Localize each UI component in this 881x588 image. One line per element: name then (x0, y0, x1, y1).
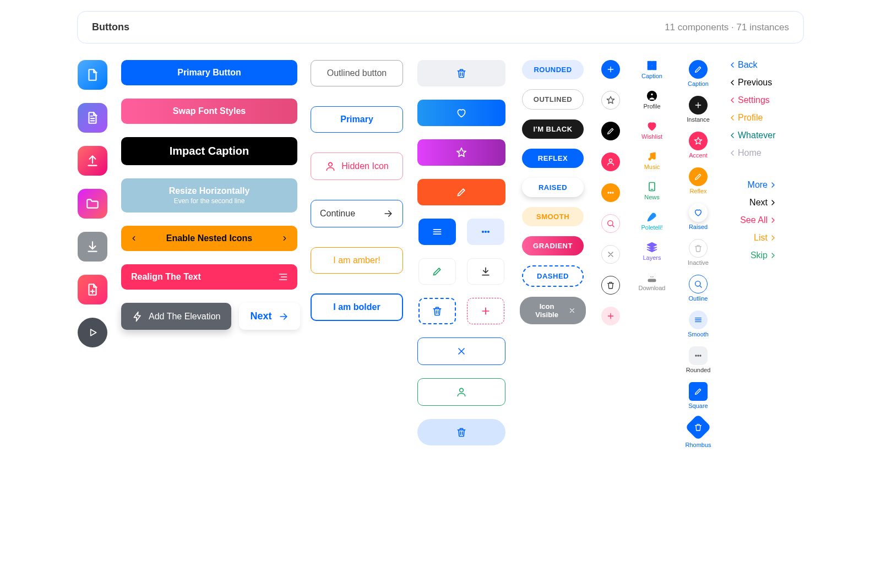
menu-button[interactable] (418, 219, 456, 245)
svg-point-8 (612, 192, 613, 193)
next-button[interactable]: Next (239, 303, 300, 330)
resize-sublabel: Even for the second line (174, 197, 245, 205)
reflex-pill[interactable]: REFLEX (522, 149, 584, 168)
grid-caption-button[interactable]: Caption (641, 60, 662, 79)
inactive-caption-circle[interactable]: Inactive (688, 239, 709, 266)
more-link[interactable]: More (728, 180, 777, 190)
pencil-outline-button[interactable] (418, 258, 456, 285)
star-button[interactable] (417, 139, 505, 166)
star-icon (456, 147, 467, 158)
square-caption-square[interactable]: Square (688, 382, 708, 409)
trash-circle-button[interactable] (601, 276, 620, 295)
smooth-caption-circle[interactable]: Smooth (688, 311, 709, 337)
wishlist-caption-button[interactable]: Wishlist (641, 121, 662, 140)
chevron-right-icon (769, 216, 777, 225)
download-icon[interactable] (78, 232, 107, 262)
pencil-button[interactable] (417, 179, 505, 205)
heart-button[interactable] (417, 100, 505, 126)
user-icon (456, 386, 467, 398)
outline-caption-circle[interactable]: Outline (689, 275, 708, 302)
plus-soft-circle-button[interactable] (601, 307, 620, 325)
outlined-pill[interactable]: OUTLINED (522, 89, 584, 110)
folder-icon[interactable] (78, 189, 107, 219)
star-icon (606, 96, 615, 105)
user-circle-button[interactable] (601, 153, 620, 171)
trash-dashed-button[interactable] (418, 298, 456, 324)
rounded-caption-square[interactable]: Rounded (686, 346, 711, 373)
amber-button[interactable]: I am amber! (311, 247, 403, 274)
swap-font-button[interactable]: Swap Font Styles (121, 99, 297, 124)
music-caption-button[interactable]: Music (644, 151, 660, 170)
elevation-button[interactable]: Add The Elevation (121, 303, 231, 330)
file-plus-icon[interactable] (78, 275, 107, 304)
menu-icon (432, 226, 443, 237)
back-link[interactable]: Back (728, 60, 758, 70)
black-pill[interactable]: I'M BLACK (522, 119, 584, 139)
more-horizontal-icon (694, 351, 703, 360)
trash-icon (456, 68, 467, 79)
rhombus-caption[interactable]: Rhombus (685, 418, 711, 448)
list-link[interactable]: List (728, 233, 777, 243)
previous-link[interactable]: Previous (728, 78, 772, 88)
whatever-link[interactable]: Whatever (728, 130, 775, 140)
smooth-pill[interactable]: SMOOTH (522, 207, 584, 226)
search-circle-button[interactable] (601, 214, 620, 233)
impact-button[interactable]: Impact Caption (121, 137, 297, 165)
outlined-button[interactable]: Outlined button (311, 60, 403, 86)
raised-pill[interactable]: RAISED (522, 178, 584, 197)
pencil-caption-circle[interactable]: Caption (688, 60, 709, 87)
skip-link[interactable]: Skip (728, 251, 777, 260)
trash-smooth-button[interactable] (417, 419, 505, 445)
rounded-pill[interactable]: ROUNDED (522, 60, 584, 79)
tablet-icon (646, 181, 657, 192)
chevron-left-icon (728, 149, 737, 157)
resize-button[interactable]: Resize Horizontally Even for the second … (121, 178, 297, 213)
next-link[interactable]: Next (728, 198, 777, 208)
rocket-caption-button[interactable]: Poleteli! (641, 211, 662, 231)
profile-caption-button[interactable]: Profile (643, 90, 660, 110)
seeall-link[interactable]: See All (728, 215, 777, 225)
accent-caption-circle[interactable]: Accent (689, 132, 708, 159)
file-icon[interactable] (78, 60, 107, 90)
close-circle-button[interactable] (601, 245, 620, 264)
continue-button[interactable]: Continue (311, 200, 403, 227)
close-outline-button[interactable] (417, 337, 505, 365)
hidden-icon-button[interactable]: Hidden Icon (311, 153, 403, 180)
plus-dashed-button[interactable] (467, 298, 504, 324)
more-circle-button[interactable] (601, 183, 620, 202)
dashed-pill[interactable]: DASHED (522, 265, 584, 287)
trash-button[interactable] (417, 60, 505, 86)
realign-button[interactable]: Realign The Text (121, 264, 297, 290)
nested-icons-button[interactable]: Enable Nested Icons (121, 226, 297, 251)
gradient-pill[interactable]: GRADIENT (522, 236, 584, 255)
layers-caption-button[interactable]: Layers (643, 242, 661, 261)
pencil-circle-button[interactable] (601, 122, 620, 140)
raised-caption-circle[interactable]: Raised (689, 203, 708, 230)
user-outline-button[interactable] (417, 378, 505, 406)
play-icon[interactable] (78, 318, 107, 347)
profile-link[interactable]: Profile (728, 113, 763, 123)
instance-caption-circle[interactable]: Instance (687, 96, 710, 123)
svg-point-6 (608, 192, 609, 193)
bolder-button[interactable]: I am bolder (311, 293, 403, 321)
trash-icon (694, 244, 703, 253)
plus-circle-button[interactable] (601, 60, 620, 79)
plus-icon (694, 101, 703, 110)
download-small-button[interactable] (467, 258, 504, 285)
search-icon (694, 280, 703, 288)
star-circle-button[interactable] (601, 91, 620, 110)
primary-button[interactable]: Primary Button (121, 60, 297, 85)
download-caption-button[interactable]: Download (639, 272, 666, 291)
upload-icon[interactable] (78, 146, 107, 176)
icon-visible-pill[interactable]: Icon Visible (520, 297, 586, 324)
reflex-caption-circle[interactable]: Reflex (689, 167, 708, 194)
settings-link[interactable]: Settings (728, 95, 770, 105)
document-icon[interactable] (78, 103, 107, 133)
chevron-left-icon (130, 235, 138, 242)
home-link[interactable]: Home (728, 148, 762, 158)
news-caption-button[interactable]: News (644, 181, 660, 200)
pencil-icon (694, 387, 703, 396)
trash-icon (606, 281, 615, 290)
primary-outlined-button[interactable]: Primary (311, 106, 403, 133)
more-button[interactable] (467, 219, 504, 245)
